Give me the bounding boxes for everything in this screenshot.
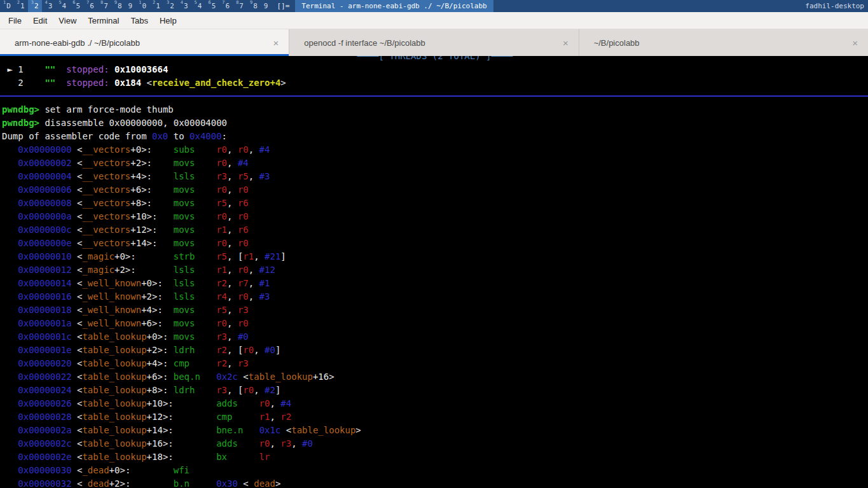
tag-client-indicator: 9: [114, 1, 117, 5]
taskbar-window-title[interactable]: Terminal - arm-none-eabi-gdb ./ ~/B/pico…: [295, 0, 493, 12]
terminal-line: 0x00000018 <_well_known+4>: movs r5, r3: [2, 303, 868, 317]
workspace-tag[interactable]: 21: [14, 0, 28, 12]
workspace-tag[interactable]: 32: [163, 0, 177, 12]
workspace-tag[interactable]: 43: [177, 0, 191, 12]
tab-title: arm-none-eabi-gdb ./ ~/B/picolabb: [15, 38, 140, 48]
terminal-output[interactable]: ────[ THREADS (2 TOTAL) ]──── ► 1 "" sto…: [0, 56, 868, 488]
tag-client-indicator: 2: [17, 1, 20, 5]
terminal-line: 0x0000000e <__vectors+14>: movs r0, r0: [2, 237, 868, 250]
terminal-line: 0x00000020 <table_lookup+4>: cmp r2, r3: [2, 357, 868, 370]
workspace-tag[interactable]: 54: [55, 0, 69, 12]
terminal-line: pwndbg> disassemble 0x00000000, 0x000040…: [2, 116, 868, 130]
terminal-line: 0x00000014 <_well_known+0>: lsls r2, r7,…: [2, 277, 868, 290]
terminal-line: 0x0000001e <table_lookup+2>: ldrh r2, [r…: [2, 344, 868, 357]
layout-indicator[interactable]: []=: [271, 0, 295, 12]
menu-terminal[interactable]: Terminal: [82, 13, 125, 28]
tag-client-indicator: 5: [195, 1, 197, 5]
tab-title: openocd -f interface ~/B/picolabb: [304, 38, 425, 48]
terminal-line: 0x0000002e <table_lookup+18>: bx lr: [2, 450, 868, 464]
workspace-tag[interactable]: 98: [247, 0, 261, 12]
tag-client-indicator: 1: [3, 1, 6, 5]
workspace-tag[interactable]: 98: [111, 0, 125, 12]
terminal-line: 0x00000022 <table_lookup+6>: beq.n 0x2c …: [2, 370, 868, 384]
menu-file[interactable]: File: [3, 13, 27, 28]
terminal-line: 0x00000012 <_magic+2>: lsls r1, r0, #12: [2, 263, 868, 277]
menu-view[interactable]: View: [53, 13, 82, 28]
terminal-line: ────[ THREADS (2 TOTAL) ]────: [2, 56, 868, 63]
terminal-line: 0x00000016 <_well_known+2>: lsls r4, r0,…: [2, 290, 868, 303]
tag-client-indicator: 7: [222, 1, 224, 5]
tabbar: arm-none-eabi-gdb ./ ~/B/picolabb × open…: [0, 29, 868, 56]
workspace-tag[interactable]: 87: [233, 0, 247, 12]
terminal-line: 0x00000032 <_dead+2>: b.n 0x30 <_dead>: [2, 477, 868, 488]
workspace-tag[interactable]: 32: [28, 0, 42, 12]
hostname: fadhil-desktop: [801, 0, 868, 12]
terminal-line: 0x00000004 <__vectors+4>: lsls r3, r5, #…: [2, 170, 868, 183]
workspace-tag[interactable]: 10: [135, 0, 149, 12]
tag-client-indicator: 9: [250, 1, 252, 5]
taskbar: 1D213243546576879891021324354657687989 […: [0, 0, 868, 12]
workspace-tag[interactable]: 65: [69, 0, 83, 12]
tag-client-indicator: 5: [59, 1, 61, 5]
tab-close-icon[interactable]: ×: [266, 38, 279, 48]
terminal-line: 0x0000000a <__vectors+10>: movs r0, r0: [2, 210, 868, 223]
menu-tabs[interactable]: Tabs: [125, 13, 153, 28]
tab-close-icon[interactable]: ×: [844, 38, 858, 48]
tab-shell[interactable]: ~/B/picolabb ×: [579, 29, 868, 56]
workspace-tags: 1D213243546576879891021324354657687989: [0, 0, 271, 12]
terminal-line: 0x0000002a <table_lookup+14>: bne.n 0x1c…: [2, 424, 868, 437]
terminal-line: 0x00000008 <__vectors+8>: movs r5, r6: [2, 197, 868, 210]
terminal-line: 0x0000001c <table_lookup+0>: movs r3, #0: [2, 330, 868, 344]
tab-gdb[interactable]: arm-none-eabi-gdb ./ ~/B/picolabb ×: [0, 29, 289, 56]
tab-title: ~/B/picolabb: [594, 38, 640, 48]
tag-client-indicator: 3: [31, 1, 34, 5]
tag-client-indicator: 7: [86, 1, 89, 5]
terminal-line: 0x0000001a <_well_known+6>: movs r0, r0: [2, 317, 868, 330]
terminal-line: pwndbg> set arm force-mode thumb: [2, 103, 868, 116]
terminal-line: 0x00000002 <__vectors+2>: movs r0, #4: [2, 157, 868, 170]
tag-client-indicator: 3: [167, 1, 169, 5]
menubar: FileEditViewTerminalTabsHelp: [0, 12, 868, 29]
tag-client-indicator: 4: [181, 1, 183, 5]
terminal-line: Dump of assembler code from 0x0 to 0x400…: [2, 130, 868, 143]
tab-close-icon[interactable]: ×: [555, 38, 568, 48]
tag-client-indicator: 1: [139, 1, 141, 5]
workspace-tag[interactable]: 76: [219, 0, 233, 12]
tab-openocd[interactable]: openocd -f interface ~/B/picolabb ×: [289, 29, 579, 56]
terminal-line: 0x0000002c <table_lookup+16>: adds r0, r…: [2, 437, 868, 450]
menu-help[interactable]: Help: [154, 13, 183, 28]
terminal-line: 0x00000010 <_magic+0>: strb r5, [r1, #21…: [2, 250, 868, 263]
terminal-line: ► 1 "" stopped: 0x10003664: [2, 63, 868, 76]
tag-client-indicator: 4: [45, 1, 48, 5]
workspace-tag[interactable]: 65: [205, 0, 219, 12]
workspace-tag[interactable]: 87: [97, 0, 111, 12]
taskbar-spacer: [493, 0, 802, 12]
tag-client-indicator: 2: [153, 1, 155, 5]
tag-client-indicator: 6: [72, 1, 75, 5]
workspace-tag[interactable]: 9: [261, 0, 272, 12]
workspace-tag[interactable]: 54: [191, 0, 205, 12]
terminal-line: 0x00000006 <__vectors+6>: movs r0, r0: [2, 183, 868, 197]
terminal-divider: [2, 90, 868, 103]
tag-client-indicator: 8: [100, 1, 103, 5]
workspace-tag[interactable]: 43: [42, 0, 56, 12]
workspace-tag[interactable]: 76: [83, 0, 97, 12]
terminal-line: 0x00000024 <table_lookup+8>: ldrh r3, [r…: [2, 384, 868, 397]
terminal-line: 0x00000000 <__vectors+0>: subs r0, r0, #…: [2, 143, 868, 157]
screen: 1D213243546576879891021324354657687989 […: [0, 0, 868, 488]
workspace-tag[interactable]: 1D: [0, 0, 14, 12]
terminal-line: 2 "" stopped: 0x184 <receive_and_check_z…: [2, 76, 868, 90]
tag-client-indicator: 6: [208, 1, 210, 5]
terminal-line: 0x0000000c <__vectors+12>: movs r1, r6: [2, 223, 868, 237]
terminal-line: 0x00000028 <table_lookup+12>: cmp r1, r2: [2, 410, 868, 424]
workspace-tag[interactable]: 21: [149, 0, 163, 12]
workspace-tag[interactable]: 9: [125, 0, 136, 12]
terminal-line: 0x00000026 <table_lookup+10>: adds r0, #…: [2, 397, 868, 410]
menu-edit[interactable]: Edit: [27, 13, 53, 28]
tag-client-indicator: 8: [236, 1, 238, 5]
terminal-line: 0x00000030 <_dead+0>: wfi: [2, 464, 868, 477]
